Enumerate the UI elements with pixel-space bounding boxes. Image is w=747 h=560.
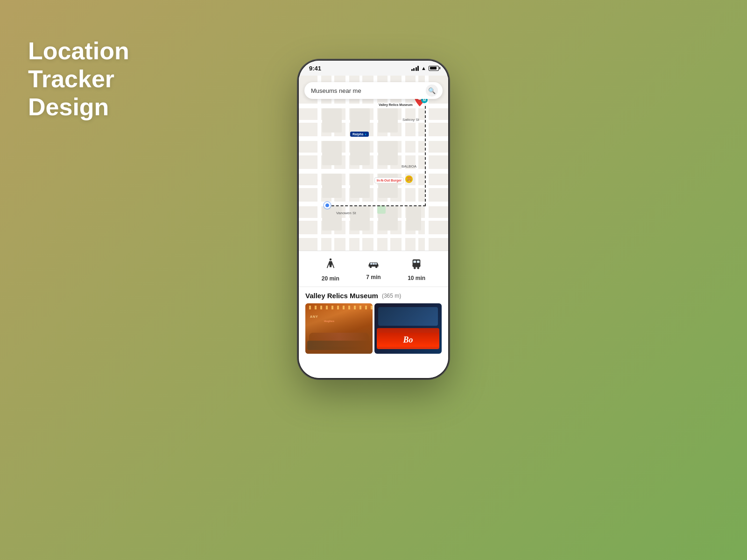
ralphs-label: Ralphs — [352, 133, 363, 136]
street-v2 — [345, 76, 349, 251]
museum-name: Valley Relics Museum — [305, 292, 378, 300]
search-input-text: Museums near me — [311, 87, 422, 94]
map-view[interactable]: M Ralphs ♦ In-N-Out Burger 🍔 Vanowen St … — [299, 76, 448, 251]
search-icon[interactable]: 🔍 — [426, 84, 438, 97]
museum-distance: (365 m) — [382, 293, 401, 299]
svg-rect-5 — [373, 263, 374, 265]
green-area1 — [377, 205, 386, 214]
car-icon — [367, 259, 380, 272]
search-bar[interactable]: Museums near me 🔍 — [304, 82, 443, 99]
street-label-balboa: BALBOA — [402, 164, 416, 168]
street-label-vanowen: Vanowen St — [336, 211, 356, 215]
museum-photo-2[interactable]: Bo — [374, 303, 442, 354]
block6 — [378, 141, 398, 165]
wifi-icon: ▲ — [421, 65, 426, 71]
museum-photos: ANY Hughes Bo — [305, 303, 442, 354]
block10 — [322, 206, 342, 231]
status-bar: 9:41 ▲ — [299, 61, 448, 76]
status-time: 9:41 — [309, 65, 321, 72]
svg-point-3 — [375, 266, 377, 268]
status-icons: ▲ — [411, 65, 439, 71]
block5 — [350, 141, 370, 165]
in-n-out-icon: 🍔 — [405, 175, 413, 183]
svg-rect-12 — [413, 265, 421, 266]
svg-rect-4 — [370, 263, 372, 265]
svg-rect-8 — [414, 261, 416, 263]
svg-rect-9 — [417, 261, 420, 263]
street-label-saticoy: Saticoy St — [402, 118, 419, 122]
bus-time: 10 min — [408, 275, 425, 281]
battery-icon — [429, 66, 439, 71]
signal-icon — [411, 66, 419, 71]
svg-point-1 — [329, 259, 331, 261]
block7 — [322, 174, 342, 198]
block4 — [322, 141, 342, 165]
museum-info: Valley Relics Museum (365 m) ANY Hughes — [299, 287, 448, 357]
transport-bus[interactable]: 10 min — [408, 258, 425, 281]
in-n-out-label: In-N-Out Burger — [377, 179, 402, 182]
museum-name-row: Valley Relics Museum (365 m) — [305, 292, 442, 300]
svg-point-10 — [414, 267, 416, 269]
street-v4 — [402, 76, 405, 251]
street-v1 — [317, 76, 321, 251]
current-location-dot — [324, 202, 331, 209]
car-time: 7 min — [366, 274, 381, 280]
block1 — [322, 108, 342, 133]
block13 — [406, 206, 421, 231]
in-n-out-poi: In-N-Out Burger — [374, 177, 404, 183]
svg-rect-6 — [375, 263, 377, 265]
museum-map-label: Valley Relics Museum — [377, 103, 414, 107]
transport-options: 20 min 7 min — [299, 251, 448, 287]
block3 — [378, 108, 398, 133]
block11 — [350, 206, 370, 231]
bus-icon — [411, 258, 422, 273]
phone-mockup: 9:41 ▲ — [299, 61, 448, 378]
svg-point-11 — [417, 267, 420, 269]
block8 — [350, 174, 370, 198]
page-title: Location Tracker Design — [28, 37, 196, 121]
block2 — [350, 108, 370, 133]
street-v3 — [374, 76, 377, 251]
svg-point-2 — [370, 266, 372, 268]
bottom-panel: 20 min 7 min — [299, 251, 448, 378]
ralphs-poi: Ralphs ♦ — [350, 132, 369, 137]
transport-walk[interactable]: 20 min — [322, 258, 339, 282]
museum-photo-1[interactable]: ANY Hughes — [305, 303, 373, 354]
walk-icon — [325, 258, 336, 273]
walk-time: 20 min — [322, 275, 339, 282]
transport-car[interactable]: 7 min — [366, 259, 381, 280]
